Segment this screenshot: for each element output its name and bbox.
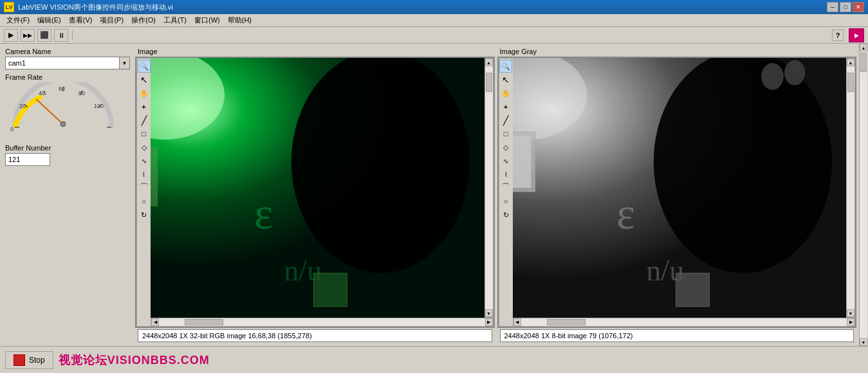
- image-canvas-color: ε n/u ▲: [151, 58, 494, 327]
- zoom-in-tool-gray[interactable]: +: [499, 100, 512, 113]
- svg-point-16: [291, 58, 470, 273]
- svg-rect-29: [676, 273, 709, 307]
- scroll-hthumb-gray[interactable]: [547, 319, 586, 325]
- scroll-up-gray[interactable]: ▲: [847, 59, 854, 66]
- main-scroll-up[interactable]: ▲: [860, 44, 867, 51]
- images-area: Image 🔍 ↖ ✋ + ╱ □ ◇ ∿ ⌇ ⌒ ○: [135, 44, 859, 346]
- toolbar-separator: [72, 30, 73, 41]
- menu-tools[interactable]: 工具(T): [160, 14, 190, 26]
- diamond-tool-gray[interactable]: ◇: [499, 141, 512, 154]
- pause-button[interactable]: ⏸: [54, 29, 68, 42]
- stop-icon: [14, 354, 25, 366]
- scroll-thumb-color[interactable]: [486, 73, 492, 92]
- scroll-hthumb-color[interactable]: [185, 319, 223, 325]
- select-tool-gray[interactable]: ↖: [499, 73, 512, 86]
- zoom-tool-color[interactable]: 🔍: [138, 60, 151, 73]
- image-panel-gray: Image Gray 🔍 ↖ ✋ + ╱ □ ◇ ∿ ⌇ ⌒ ○: [497, 46, 857, 343]
- svg-point-14: [60, 122, 66, 127]
- svg-text:0: 0: [10, 126, 14, 132]
- main-scroll-thumb[interactable]: [860, 53, 867, 72]
- scroll-htrack-gray: [521, 318, 847, 326]
- pan-tool-color[interactable]: ✋: [138, 87, 151, 100]
- line-tool-gray[interactable]: ╱: [499, 114, 512, 127]
- gray-image-svg: ε n/u: [513, 58, 847, 318]
- svg-text:100: 100: [94, 103, 104, 109]
- help-button[interactable]: ?: [832, 30, 844, 41]
- buffer-number-input[interactable]: [5, 153, 50, 166]
- image-canvas-gray: ε n/u: [513, 58, 856, 327]
- run-cont-button[interactable]: ▶▶: [21, 29, 35, 42]
- pan-tool-gray[interactable]: ✋: [499, 87, 512, 100]
- status-text-gray: 2448x2048 1X 8-bit image 79 (1076,172): [500, 329, 854, 342]
- menu-project[interactable]: 项目(P): [96, 14, 127, 26]
- main-scroll-down[interactable]: ▼: [860, 338, 867, 346]
- image-toolbar-color: 🔍 ↖ ✋ + ╱ □ ◇ ∿ ⌇ ⌒ ○ ↻: [136, 58, 151, 327]
- camera-name-input-group: ▼: [5, 57, 130, 69]
- image-viewer-gray: 🔍 ↖ ✋ + ╱ □ ◇ ∿ ⌇ ⌒ ○ ↻: [497, 57, 857, 328]
- hscrollbar-gray[interactable]: ◀ ▶: [513, 318, 856, 327]
- run-button[interactable]: ▶: [4, 29, 18, 42]
- scroll-down-gray[interactable]: ▼: [847, 309, 854, 317]
- camera-name-input[interactable]: [5, 57, 120, 69]
- scroll-right-gray[interactable]: ▶: [847, 318, 854, 326]
- gauge-svg: 0 20 40 60 80 100: [5, 82, 121, 134]
- image-scroll-color: ε n/u ▲: [151, 58, 494, 318]
- poly-tool-color[interactable]: ⌇: [138, 168, 151, 181]
- vscrollbar-color[interactable]: ▲ ▼: [485, 58, 494, 318]
- minimize-button[interactable]: ─: [827, 2, 838, 12]
- scroll-right-color[interactable]: ▶: [485, 318, 493, 326]
- wave-tool-gray[interactable]: ∿: [499, 154, 512, 167]
- scroll-left-color[interactable]: ◀: [151, 318, 159, 326]
- maximize-button[interactable]: □: [840, 2, 851, 12]
- image-viewer-color: 🔍 ↖ ✋ + ╱ □ ◇ ∿ ⌇ ⌒ ○ ↻: [135, 57, 495, 328]
- image-display-color: ε n/u: [151, 58, 485, 318]
- svg-text:40: 40: [39, 90, 45, 96]
- svg-text:ε: ε: [254, 188, 273, 238]
- poly-tool-gray[interactable]: ⌇: [499, 168, 512, 181]
- toolbar: ▶ ▶▶ ⬛ ⏸ ? ▶: [0, 27, 868, 44]
- svg-text:ε: ε: [616, 188, 635, 238]
- rect-tool-color[interactable]: □: [138, 127, 151, 140]
- circle-tool-color[interactable]: ○: [138, 195, 151, 208]
- image-panel-color: Image 🔍 ↖ ✋ + ╱ □ ◇ ∿ ⌇ ⌒ ○: [135, 46, 495, 343]
- arc-tool-color[interactable]: ⌒: [138, 181, 151, 194]
- svg-rect-26: [513, 136, 531, 188]
- line-tool-color[interactable]: ╱: [138, 114, 151, 127]
- camera-dropdown-arrow[interactable]: ▼: [120, 57, 130, 69]
- title-bar: LV LabVIEW VISION两个图像控件同步缩放与移动.vi ─ □ ✕: [0, 0, 868, 14]
- rect-tool-gray[interactable]: □: [499, 127, 512, 140]
- zoom-in-tool-color[interactable]: +: [138, 100, 151, 113]
- menu-file[interactable]: 文件(F): [3, 14, 33, 26]
- title-bar-controls[interactable]: ─ □ ✕: [827, 2, 864, 12]
- main-vscrollbar[interactable]: ▲ ▼: [859, 44, 868, 346]
- menu-help[interactable]: 帮助(H): [224, 14, 255, 26]
- rotate-tool-color[interactable]: ↻: [138, 208, 151, 221]
- scroll-htrack-color: [159, 318, 485, 326]
- app-icon: LV: [4, 2, 14, 12]
- menu-operate[interactable]: 操作(O): [127, 14, 160, 26]
- circle-tool-gray[interactable]: ○: [499, 195, 512, 208]
- close-button[interactable]: ✕: [853, 2, 864, 12]
- menu-window[interactable]: 窗口(W): [190, 14, 224, 26]
- window-title: LabVIEW VISION两个图像控件同步缩放与移动.vi: [18, 3, 173, 12]
- scroll-left-gray[interactable]: ◀: [513, 318, 521, 326]
- arc-tool-gray[interactable]: ⌒: [499, 181, 512, 194]
- select-tool-color[interactable]: ↖: [138, 73, 151, 86]
- menu-view[interactable]: 查看(V): [65, 14, 97, 26]
- image-gray-title: Image Gray: [497, 46, 857, 57]
- menu-edit[interactable]: 编辑(E): [33, 14, 65, 26]
- scroll-up-color[interactable]: ▲: [485, 59, 493, 66]
- diamond-tool-color[interactable]: ◇: [138, 141, 151, 154]
- hscrollbar-color[interactable]: ◀ ▶: [151, 318, 494, 327]
- vi-icon[interactable]: ▶: [849, 28, 864, 42]
- stop-button[interactable]: Stop: [5, 351, 53, 369]
- scroll-thumb-gray[interactable]: [847, 73, 854, 92]
- svg-point-30: [761, 63, 784, 90]
- vscrollbar-gray[interactable]: ▲ ▼: [846, 58, 855, 318]
- zoom-tool-gray[interactable]: 🔍: [499, 60, 512, 73]
- svg-text:60: 60: [59, 86, 65, 92]
- scroll-down-color[interactable]: ▼: [485, 309, 493, 317]
- rotate-tool-gray[interactable]: ↻: [499, 208, 512, 221]
- wave-tool-color[interactable]: ∿: [138, 154, 151, 167]
- abort-button[interactable]: ⬛: [37, 29, 51, 42]
